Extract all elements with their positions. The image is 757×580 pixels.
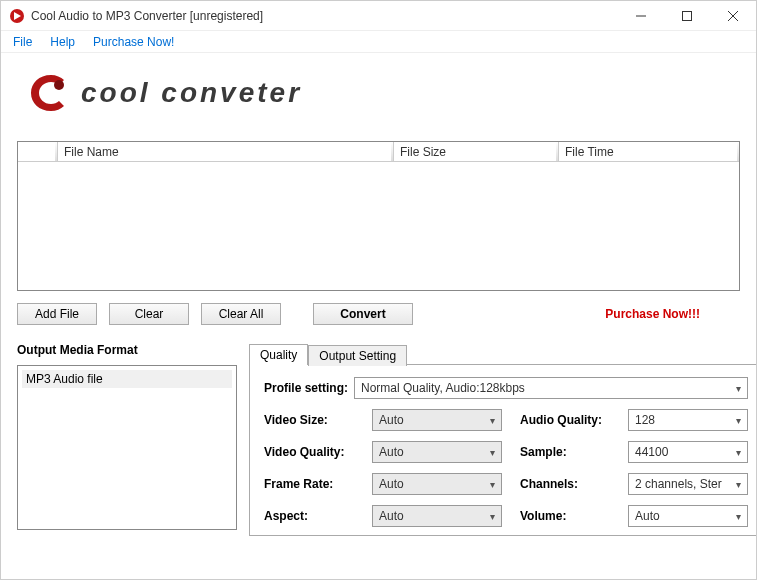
channels-label: Channels: xyxy=(520,477,610,491)
sample-label: Sample: xyxy=(520,445,610,459)
frame-rate-value: Auto xyxy=(379,477,404,491)
column-filetime[interactable]: File Time xyxy=(559,142,739,161)
video-quality-select[interactable]: Auto ▾ xyxy=(372,441,502,463)
channels-value: 2 channels, Ster xyxy=(635,477,722,491)
convert-button[interactable]: Convert xyxy=(313,303,413,325)
audio-quality-label: Audio Quality: xyxy=(520,413,610,427)
frame-rate-label: Frame Rate: xyxy=(264,477,354,491)
chevron-down-icon: ▾ xyxy=(736,511,741,522)
quality-tab-panel: Profile setting: Normal Quality, Audio:1… xyxy=(249,364,757,536)
chevron-down-icon: ▾ xyxy=(736,447,741,458)
output-media-format-list[interactable]: MP3 Audio file xyxy=(17,365,237,530)
sample-select[interactable]: 44100 ▾ xyxy=(628,441,748,463)
app-icon xyxy=(9,8,25,24)
output-media-format-label: Output Media Format xyxy=(17,343,237,357)
chevron-down-icon: ▾ xyxy=(490,447,495,458)
tab-output-setting[interactable]: Output Setting xyxy=(308,345,407,366)
clear-all-button[interactable]: Clear All xyxy=(201,303,281,325)
menubar: File Help Purchase Now! xyxy=(1,31,756,53)
menu-file[interactable]: File xyxy=(5,33,40,51)
chevron-down-icon: ▾ xyxy=(490,511,495,522)
aspect-value: Auto xyxy=(379,509,404,523)
video-size-value: Auto xyxy=(379,413,404,427)
frame-rate-select[interactable]: Auto ▾ xyxy=(372,473,502,495)
volume-label: Volume: xyxy=(520,509,610,523)
file-table: File Name File Size File Time xyxy=(17,141,740,291)
column-filename[interactable]: File Name xyxy=(58,142,394,161)
menu-help[interactable]: Help xyxy=(42,33,83,51)
sample-value: 44100 xyxy=(635,445,668,459)
profile-setting-value: Normal Quality, Audio:128kbps xyxy=(361,381,525,395)
button-row: Add File Clear Clear All Convert Purchas… xyxy=(17,303,740,325)
tab-quality[interactable]: Quality xyxy=(249,344,308,365)
chevron-down-icon: ▾ xyxy=(490,415,495,426)
clear-button[interactable]: Clear xyxy=(109,303,189,325)
settings-panel: Quality Output Setting Profile setting: … xyxy=(249,343,757,536)
video-size-label: Video Size: xyxy=(264,413,354,427)
maximize-button[interactable] xyxy=(664,1,710,30)
minimize-button[interactable] xyxy=(618,1,664,30)
audio-quality-select[interactable]: 128 ▾ xyxy=(628,409,748,431)
close-button[interactable] xyxy=(710,1,756,30)
column-filesize[interactable]: File Size xyxy=(394,142,559,161)
svg-text:cool conveter: cool conveter xyxy=(81,77,302,108)
profile-setting-label: Profile setting: xyxy=(264,381,354,395)
video-quality-value: Auto xyxy=(379,445,404,459)
chevron-down-icon: ▾ xyxy=(736,479,741,490)
video-size-select[interactable]: Auto ▾ xyxy=(372,409,502,431)
svg-point-5 xyxy=(54,80,64,90)
profile-setting-select[interactable]: Normal Quality, Audio:128kbps ▾ xyxy=(354,377,748,399)
menu-purchase[interactable]: Purchase Now! xyxy=(85,33,182,51)
aspect-label: Aspect: xyxy=(264,509,354,523)
logo-area: cool conveter xyxy=(1,53,756,133)
list-item[interactable]: MP3 Audio file xyxy=(22,370,232,388)
svg-rect-2 xyxy=(683,11,692,20)
output-media-format-section: Output Media Format MP3 Audio file xyxy=(17,343,237,536)
logo-icon: cool conveter xyxy=(21,68,441,118)
channels-select[interactable]: 2 channels, Ster ▾ xyxy=(628,473,748,495)
chevron-down-icon: ▾ xyxy=(490,479,495,490)
window-title: Cool Audio to MP3 Converter [unregistere… xyxy=(31,9,618,23)
file-table-header: File Name File Size File Time xyxy=(18,142,739,162)
volume-select[interactable]: Auto ▾ xyxy=(628,505,748,527)
file-table-body[interactable] xyxy=(18,162,739,290)
chevron-down-icon: ▾ xyxy=(736,415,741,426)
volume-value: Auto xyxy=(635,509,660,523)
column-checkbox[interactable] xyxy=(18,142,58,161)
audio-quality-value: 128 xyxy=(635,413,655,427)
chevron-down-icon: ▾ xyxy=(736,383,741,394)
titlebar: Cool Audio to MP3 Converter [unregistere… xyxy=(1,1,756,31)
purchase-now-link[interactable]: Purchase Now!!! xyxy=(605,307,700,321)
aspect-select[interactable]: Auto ▾ xyxy=(372,505,502,527)
add-file-button[interactable]: Add File xyxy=(17,303,97,325)
video-quality-label: Video Quality: xyxy=(264,445,354,459)
